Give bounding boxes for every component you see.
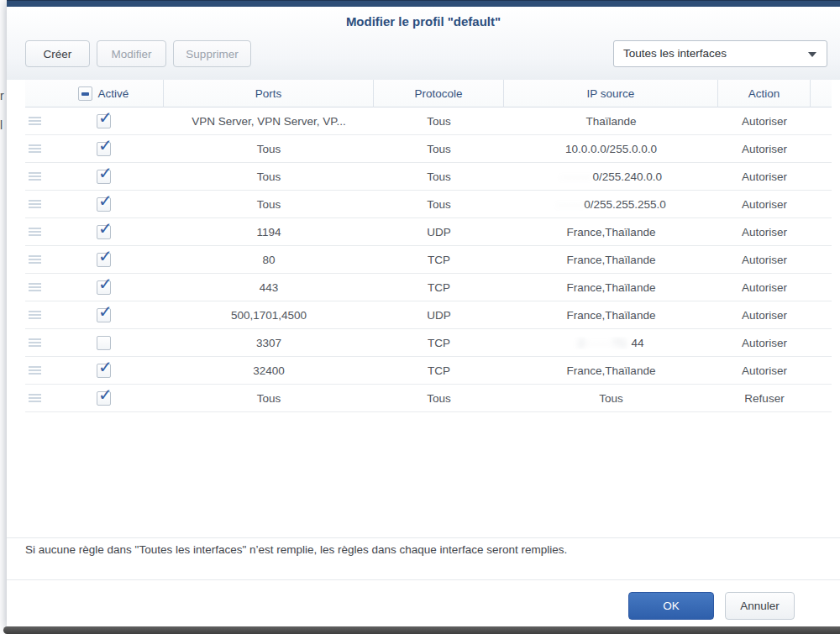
rule-ports: Tous — [164, 392, 374, 405]
column-header-protocol: Protocole — [374, 80, 504, 107]
rule-row[interactable]: ✓ 1194 UDP France,Thaïlande Autoriser — [25, 218, 832, 246]
rule-enabled-checkbox[interactable]: ✓ — [97, 142, 111, 156]
rule-protocol: Tous — [374, 198, 504, 211]
interface-dropdown-value: Toutes les interfaces — [623, 47, 727, 60]
redacted-ip-segment: 2······?1 — [578, 337, 631, 349]
checkmark-icon: ✓ — [98, 248, 113, 265]
window-bottom-edge — [3, 626, 840, 634]
drag-handle-icon[interactable] — [29, 255, 41, 264]
rule-protocol: Tous — [374, 143, 504, 155]
rule-protocol: UDP — [374, 226, 504, 238]
rule-action: Autoriser — [718, 115, 811, 128]
drag-handle-icon[interactable] — [29, 144, 41, 153]
firewall-profile-dialog: Modifier le profil "default" Créer Modif… — [7, 0, 840, 627]
table-header-row: Activé Ports Protocole IP source Action — [25, 80, 832, 107]
divider — [7, 537, 840, 538]
rule-enabled-checkbox[interactable]: ✓ — [97, 170, 111, 184]
checkmark-icon: ✓ — [98, 192, 113, 209]
cancel-button[interactable]: Annuler — [725, 592, 795, 620]
rule-row[interactable]: ✓ 443 TCP France,Thaïlande Autoriser — [25, 274, 832, 301]
rule-ports: 80 — [164, 254, 374, 266]
rule-source-ip: France,Thaïlande — [504, 254, 718, 266]
rule-action: Autoriser — [718, 198, 811, 211]
rule-row[interactable]: ✓ Tous Tous Tous Refuser — [25, 385, 832, 412]
drag-handle-icon[interactable] — [29, 394, 41, 402]
background-text-fragment: r — [0, 89, 6, 102]
rule-row[interactable]: ✓ 80 TCP France,Thaïlande Autoriser — [25, 246, 832, 274]
rule-protocol: TCP — [374, 281, 504, 294]
rule-ports: 3307 — [164, 337, 374, 349]
rule-row[interactable]: ✓ Tous Tous ·······0/255.240.0.0 Autoris… — [25, 163, 832, 191]
rule-protocol: Tous — [374, 392, 504, 405]
delete-button[interactable]: Supprimer — [173, 40, 251, 67]
rule-enabled-checkbox[interactable]: ✓ — [97, 308, 111, 322]
rule-action: Autoriser — [718, 364, 811, 377]
ok-button[interactable]: OK — [628, 592, 714, 620]
checkmark-icon: ✓ — [98, 109, 113, 126]
rules-toolbar: Créer Modifier Supprimer — [25, 40, 251, 67]
firewall-rules-table: Activé Ports Protocole IP source Action … — [25, 80, 832, 412]
drag-handle-icon[interactable] — [29, 311, 41, 319]
rule-source-ip: 2······?1 44 — [504, 337, 718, 349]
indeterminate-icon — [81, 92, 89, 96]
drag-handle-icon[interactable] — [29, 172, 41, 181]
rule-action: Refuser — [718, 392, 811, 405]
modify-button[interactable]: Modifier — [97, 40, 166, 67]
create-button[interactable]: Créer — [25, 40, 90, 67]
drag-handle-icon[interactable] — [29, 366, 41, 375]
rule-action: Autoriser — [718, 309, 811, 322]
rule-source-ip: France,Thaïlande — [504, 309, 718, 322]
rule-row[interactable]: ✓ VPN Server, VPN Server, VP... Tous Tha… — [25, 107, 832, 135]
rule-action: Autoriser — [718, 170, 811, 183]
background-text-fragment: l — [0, 118, 6, 132]
scrollbar-gutter — [811, 80, 832, 107]
drag-handle-icon[interactable] — [29, 228, 41, 236]
rule-enabled-checkbox[interactable]: ✓ — [97, 253, 111, 267]
redacted-ip-segment: ······ — [556, 198, 584, 211]
rule-protocol: UDP — [374, 309, 504, 322]
rule-row[interactable]: ✓ 32400 TCP France,Thaïlande Autoriser — [25, 357, 832, 385]
rule-enabled-checkbox[interactable]: ✓ — [97, 391, 111, 406]
rule-enabled-checkbox[interactable]: ✓ — [97, 197, 111, 212]
rule-ports: VPN Server, VPN Server, VP... — [164, 115, 374, 128]
drag-handle-icon[interactable] — [29, 338, 41, 347]
select-all-checkbox[interactable] — [78, 86, 92, 101]
rule-source-ip: 10.0.0.0/255.0.0.0 — [504, 143, 718, 155]
rule-source-ip: ······0/255.255.255.0 — [504, 198, 718, 211]
rule-source-ip: France,Thaïlande — [504, 226, 718, 238]
rule-ports: 443 — [164, 281, 374, 294]
rule-source-ip: France,Thaïlande — [504, 281, 718, 294]
rule-enabled-checkbox[interactable]: ✓ — [97, 280, 111, 295]
column-header-source-ip: IP source — [504, 80, 718, 107]
rule-enabled-checkbox[interactable]: ✓ — [97, 225, 111, 239]
rule-enabled-checkbox[interactable]: ✓ — [97, 364, 111, 378]
rule-enabled-checkbox[interactable]: ✓ — [97, 114, 111, 128]
rule-row[interactable]: ✓ Tous Tous 10.0.0.0/255.0.0.0 Autoriser — [25, 135, 832, 163]
drag-handle-icon[interactable] — [29, 283, 41, 291]
drag-handle-icon[interactable] — [29, 117, 41, 125]
rule-row[interactable]: ✓ Tous Tous ······0/255.255.255.0 Autori… — [25, 191, 832, 218]
rule-source-ip: France,Thaïlande — [504, 364, 718, 377]
drag-handle-icon[interactable] — [29, 200, 41, 208]
rule-action: Autoriser — [718, 226, 811, 238]
redacted-ip-segment: ······· — [560, 170, 592, 183]
checkmark-icon: ✓ — [98, 303, 113, 320]
rule-protocol: TCP — [374, 364, 504, 377]
rule-row[interactable]: ✓ 500,1701,4500 UDP France,Thaïlande Aut… — [25, 301, 832, 329]
rule-action: Autoriser — [718, 337, 811, 349]
drag-column-header — [25, 80, 44, 107]
dialog-top-edge — [7, 0, 840, 7]
rule-ports: Tous — [164, 170, 374, 183]
footer-note: Si aucune règle dans "Toutes les interfa… — [25, 543, 567, 556]
column-header-action: Action — [718, 80, 811, 107]
rule-source-ip: Thaïlande — [504, 115, 718, 128]
checkmark-icon: ✓ — [98, 359, 113, 375]
rule-row[interactable]: 3307 TCP 2······?1 44 Autoriser — [25, 329, 832, 357]
rule-ports: 500,1701,4500 — [164, 309, 374, 322]
interface-dropdown[interactable]: Toutes les interfaces — [613, 40, 827, 67]
column-header-ports: Ports — [164, 80, 374, 107]
rule-protocol: Tous — [374, 170, 504, 183]
rule-enabled-checkbox[interactable] — [97, 336, 111, 350]
rule-action: Autoriser — [718, 281, 811, 294]
rule-source-ip: ·······0/255.240.0.0 — [504, 170, 718, 183]
